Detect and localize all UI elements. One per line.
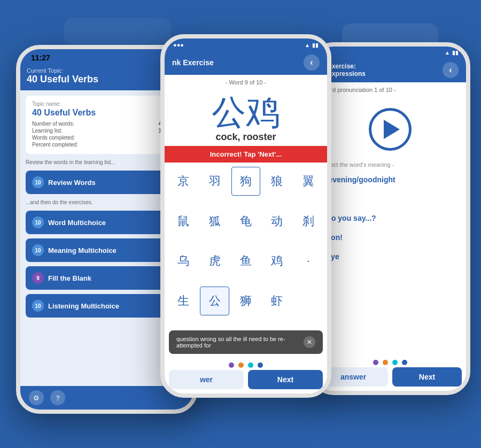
meaning-option-5[interactable]: dbye [314, 247, 466, 266]
char-cell[interactable]: 鱼 [231, 246, 260, 275]
dot-row-3 [319, 358, 462, 367]
phone2-back-button[interactable]: ‹ [304, 55, 320, 71]
dot-teal-3 [392, 360, 398, 365]
meaning-option-1[interactable]: d evening/goodnight [314, 170, 466, 189]
word-multichoice-badge: 10 [32, 217, 44, 228]
info-row-percent: Percent completed: 0% [32, 142, 182, 148]
char-cell[interactable]: 翼 [294, 167, 323, 196]
char-cell[interactable]: 狼 [262, 167, 291, 196]
status-time: 11:27 [31, 53, 50, 62]
action-buttons: wer Next [169, 370, 323, 389]
word-pron-counter: Word pronunciation 1 of 10 - [314, 82, 466, 97]
topic-name-header: 40 Useful Verbs [27, 74, 98, 85]
char-cell[interactable]: 乌 [169, 246, 198, 275]
phone-3: ●●● ▲ ▮▮ g Exercise:n Expressions ‹ Word… [310, 42, 470, 395]
dot-teal [248, 362, 253, 368]
play-triangle-icon [384, 120, 400, 139]
review-words-label: Review Words [48, 179, 175, 187]
help-icon[interactable]: ? [50, 390, 65, 405]
phone2-bottom: wer Next [165, 356, 327, 393]
action-buttons-3: answer Next [319, 367, 462, 387]
char-cell[interactable]: 虎 [200, 246, 229, 275]
info-row-completed: Words completed: 0 words [32, 135, 182, 141]
char-cell[interactable] [294, 287, 323, 315]
char-cell[interactable]: 狮 [231, 287, 260, 315]
meaning-select-label: Select the word's meaning - [314, 159, 466, 170]
dot-orange-3 [383, 360, 388, 365]
learning-list-label: Learning list: [32, 128, 63, 134]
meaning-option-2[interactable]: o [314, 189, 466, 208]
topic-card-title: 40 Useful Verbs [32, 108, 182, 118]
wifi-icon-2: ▲ [305, 42, 310, 48]
toast-close-button[interactable]: ✕ [304, 336, 315, 348]
dot-purple [229, 362, 234, 368]
fill-blank-label: Fill the Blank [48, 274, 175, 282]
char-cell[interactable]: 龟 [231, 207, 260, 236]
char-cell[interactable]: 公 [200, 287, 229, 315]
dot-orange [238, 362, 244, 368]
review-words-badge: 10 [32, 176, 44, 188]
toast-text: question wrong so all the ill need to be… [176, 336, 304, 349]
char-grid: 京 羽 狗 狼 翼 鼠 狐 龟 动 刹 乌 虎 鱼 鸡 · 生 公 狮 虾 [165, 163, 327, 328]
play-button[interactable] [369, 108, 412, 151]
settings-icon[interactable]: ⚙ [29, 390, 44, 405]
dot-row [169, 360, 323, 370]
char-cell[interactable]: 狐 [200, 207, 229, 236]
topic-label: Topic name: [32, 101, 182, 107]
char-cell[interactable]: 狗 [231, 167, 260, 196]
meaning-multichoice-badge: 10 [32, 244, 44, 256]
current-topic-label: Current Topic: [27, 67, 98, 74]
dot-purple-3 [373, 360, 378, 365]
word-counter: - Word 9 of 10 - [165, 75, 327, 90]
info-row-list: Learning list: 10 words [32, 128, 182, 134]
words-completed-label: Words completed: [32, 135, 75, 141]
phone3-header: g Exercise:n Expressions ‹ [314, 58, 466, 82]
char-cell[interactable]: · [294, 246, 323, 275]
phone3-back-button[interactable]: ‹ [443, 62, 459, 78]
listening-multichoice-label: Listening Multichoice [48, 302, 175, 310]
translation: cock, rooster [165, 132, 327, 146]
phone2-title: nk Exercise [172, 58, 214, 67]
next-button-3[interactable]: Next [392, 367, 462, 387]
battery-icon-2: ▮▮ [312, 42, 319, 48]
phone3-bottom: answer Next [314, 353, 466, 391]
fill-blank-badge: 9 [32, 272, 44, 284]
phone-2: ●●● ▲ ▮▮ nk Exercise ‹ - Word 9 of 10 - … [160, 34, 331, 398]
next-button[interactable]: Next [248, 370, 323, 389]
listening-multichoice-badge: 10 [32, 300, 44, 312]
percent-label: Percent completed: [32, 142, 78, 148]
char-cell[interactable]: 羽 [200, 167, 229, 196]
char-cell[interactable]: 鼠 [169, 207, 198, 236]
dot-blue-3 [402, 360, 407, 365]
chinese-chars: 公鸡 [165, 90, 327, 132]
toast-message: question wrong so all the ill need to be… [169, 330, 323, 354]
char-cell[interactable]: 生 [169, 287, 198, 315]
meaning-multichoice-label: Meaning Multichoice [48, 246, 175, 254]
incorrect-banner: Incorrect! Tap 'Next'... [165, 146, 327, 163]
char-cell[interactable]: 鸡 [262, 246, 291, 275]
battery-icon-3: ▮▮ [452, 50, 459, 56]
meaning-option-4[interactable]: ntion! [314, 228, 466, 247]
meaning-option-3[interactable]: r do you say...? [314, 208, 466, 228]
wifi-icon-3: ▲ [445, 50, 450, 56]
char-cell[interactable]: 虾 [262, 287, 291, 315]
char-cell[interactable]: 京 [169, 167, 198, 196]
word-multichoice-label: Word Multichoice [48, 219, 175, 227]
answer-button[interactable]: wer [169, 370, 244, 389]
info-row-words: Number of words: 40 words [32, 121, 182, 127]
dot-blue [258, 362, 263, 368]
char-cell[interactable]: 刹 [294, 207, 323, 236]
char-cell[interactable]: 动 [262, 207, 291, 236]
num-words-label: Number of words: [32, 121, 74, 127]
phone2-header: nk Exercise ‹ [165, 50, 327, 75]
